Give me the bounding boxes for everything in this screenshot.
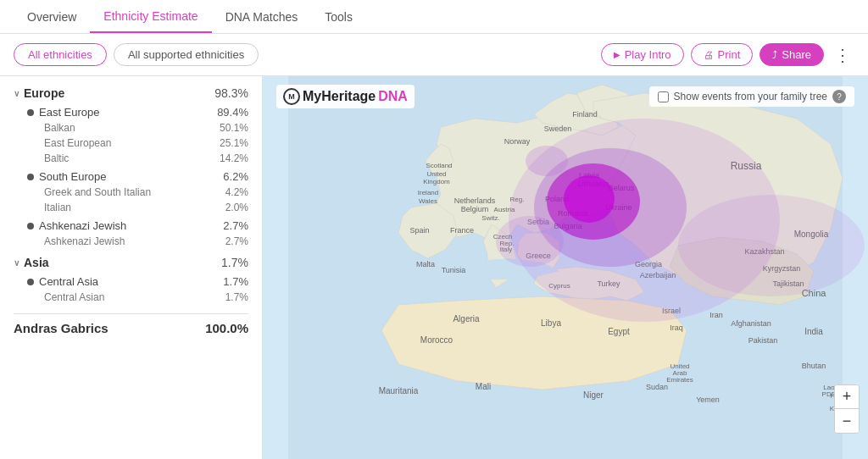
svg-text:Libya: Libya xyxy=(541,318,561,328)
tab-ethnicity-estimate[interactable]: Ethnicity Estimate xyxy=(90,1,211,33)
svg-text:Sweden: Sweden xyxy=(544,124,572,133)
share-button[interactable]: ⤴ Share xyxy=(760,43,824,66)
svg-text:Yemen: Yemen xyxy=(696,395,720,404)
italian-pct: 2.0% xyxy=(225,202,248,213)
ashkenazi-sub-row: Ashkenazi Jewish 2.7% xyxy=(14,234,248,249)
show-events-control: Show events from your family tree ? xyxy=(649,86,854,107)
east-european-pct: 25.1% xyxy=(220,137,248,149)
zoom-controls: + − xyxy=(834,384,860,434)
svg-text:Switz.: Switz. xyxy=(481,214,499,222)
print-button[interactable]: 🖨 Print xyxy=(691,43,754,66)
svg-text:Mauritania: Mauritania xyxy=(379,386,419,395)
svg-text:Tunisia: Tunisia xyxy=(442,266,466,274)
svg-text:Emirates: Emirates xyxy=(666,376,693,384)
svg-text:Algeria: Algeria xyxy=(453,314,480,324)
south-europe-name: South Europe xyxy=(27,170,107,183)
play-intro-label: Play Intro xyxy=(625,48,671,61)
svg-text:India: India xyxy=(804,327,823,336)
ashkenazi-sub-pct: 2.7% xyxy=(225,235,248,247)
help-icon[interactable]: ? xyxy=(832,90,846,103)
filter-supported-ethnicities[interactable]: All supported ethnicities xyxy=(114,43,259,66)
south-europe-pct: 6.2% xyxy=(223,170,248,183)
central-asia-name: Central Asia xyxy=(27,275,98,288)
svg-text:Niger: Niger xyxy=(583,390,604,400)
central-asia-pct: 1.7% xyxy=(223,275,248,288)
asia-title[interactable]: ∨ Asia xyxy=(14,256,49,269)
svg-text:Malta: Malta xyxy=(416,260,435,268)
ashkenazi-name: Ashkenazi Jewish xyxy=(27,219,126,232)
europe-pct: 98.3% xyxy=(214,86,248,100)
europe-label: Europe xyxy=(24,86,64,100)
play-icon: ▶ xyxy=(614,50,620,59)
central-asia-item: Central Asia 1.7% xyxy=(14,273,248,290)
logo-dna: DNA xyxy=(378,89,408,104)
chevron-europe: ∨ xyxy=(14,89,19,98)
europe-section: ∨ Europe 98.3% East Europe 89.4% Balkan … xyxy=(14,86,248,249)
svg-text:Iraq: Iraq xyxy=(670,324,683,332)
svg-text:Egypt: Egypt xyxy=(608,327,630,336)
ashkenazi-dot xyxy=(27,223,34,230)
east-europe-name: East Europe xyxy=(27,106,100,119)
baltic-label: Baltic xyxy=(44,152,69,164)
east-european-label: East European xyxy=(44,137,111,149)
italian-row: Italian 2.0% xyxy=(14,200,248,215)
greek-south-italian-row: Greek and South Italian 4.2% xyxy=(14,185,248,200)
svg-text:Spain: Spain xyxy=(409,226,429,235)
tab-overview[interactable]: Overview xyxy=(14,2,90,32)
balkan-row: Balkan 50.1% xyxy=(14,120,248,135)
ashkenazi-sub-label: Ashkenazi Jewish xyxy=(44,235,125,247)
svg-point-69 xyxy=(526,146,568,176)
tab-dna-matches[interactable]: DNA Matches xyxy=(212,2,312,32)
ashkenazi-item: Ashkenazi Jewish 2.7% xyxy=(14,215,248,234)
svg-text:Finland: Finland xyxy=(572,110,598,119)
asia-header: ∨ Asia 1.7% xyxy=(14,256,248,269)
logo-circle: M xyxy=(283,88,300,105)
europe-title[interactable]: ∨ Europe xyxy=(14,86,64,100)
east-europe-pct: 89.4% xyxy=(217,106,248,119)
top-nav: Overview Ethnicity Estimate DNA Matches … xyxy=(0,0,868,34)
svg-text:Bhutan: Bhutan xyxy=(802,362,826,370)
svg-text:Sudan: Sudan xyxy=(646,383,668,391)
svg-text:Morocco: Morocco xyxy=(420,335,453,345)
zoom-out-button[interactable]: − xyxy=(835,409,859,433)
svg-text:Scotland: Scotland xyxy=(426,162,452,169)
central-asia-dot xyxy=(27,279,34,285)
logo-myheritage: MyHeritage xyxy=(303,89,376,104)
svg-text:Norway: Norway xyxy=(504,137,531,146)
east-europe-dot xyxy=(27,109,34,116)
show-events-checkbox[interactable] xyxy=(658,91,669,102)
total-row: Andras Gabrics 100.0% xyxy=(14,321,248,335)
main-content: ∨ Europe 98.3% East Europe 89.4% Balkan … xyxy=(0,76,868,459)
baltic-row: Baltic 14.2% xyxy=(14,151,248,166)
svg-text:Iran: Iran xyxy=(709,311,723,319)
zoom-in-button[interactable]: + xyxy=(835,385,859,409)
tab-tools[interactable]: Tools xyxy=(311,2,366,32)
map-area: Finland Sweden Norway Scotland United Ki… xyxy=(263,76,868,459)
asia-section: ∨ Asia 1.7% Central Asia 1.7% Central As… xyxy=(14,256,248,305)
svg-point-67 xyxy=(678,195,865,296)
filter-all-ethnicities[interactable]: All ethnicities xyxy=(14,43,107,66)
greek-south-italian-label: Greek and South Italian xyxy=(44,186,151,198)
total-name: Andras Gabrics xyxy=(14,321,108,335)
south-europe-dot xyxy=(27,174,34,180)
share-label: Share xyxy=(782,48,811,61)
more-options-button[interactable]: ⋮ xyxy=(831,43,854,67)
central-asian-label: Central Asian xyxy=(44,291,104,303)
printer-icon: 🖨 xyxy=(704,49,714,61)
svg-text:Afghanistan: Afghanistan xyxy=(731,319,771,328)
play-intro-button[interactable]: ▶ Play Intro xyxy=(601,43,684,66)
greek-south-italian-pct: 4.2% xyxy=(225,186,248,198)
logo: M MyHeritage DNA xyxy=(276,85,415,108)
total-pct: 100.0% xyxy=(205,321,248,335)
italian-label: Italian xyxy=(44,202,71,213)
map-header: M MyHeritage DNA Show events from your f… xyxy=(263,85,868,108)
europe-header: ∨ Europe 98.3% xyxy=(14,86,248,100)
map-svg[interactable]: Finland Sweden Norway Scotland United Ki… xyxy=(263,76,868,459)
balkan-label: Balkan xyxy=(44,122,75,134)
print-label: Print xyxy=(718,48,741,61)
svg-text:Wales: Wales xyxy=(419,197,437,205)
show-events-label: Show events from your family tree xyxy=(674,91,827,102)
ashkenazi-pct: 2.7% xyxy=(223,219,248,232)
east-european-row: East European 25.1% xyxy=(14,135,248,151)
asia-label: Asia xyxy=(24,256,49,269)
